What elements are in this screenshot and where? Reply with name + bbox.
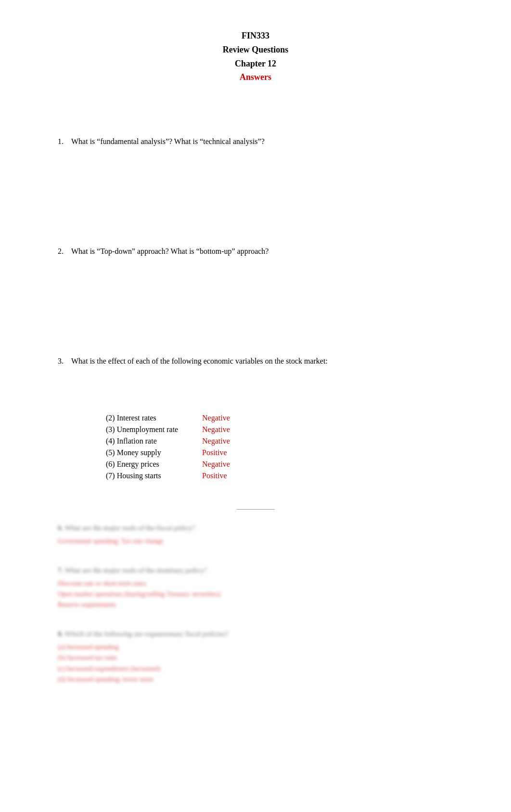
econ-answer-energy: Negative	[202, 460, 230, 469]
econ-label-inflation: (4) Inflation rate	[106, 437, 202, 445]
econ-answer-interest: Negative	[202, 414, 230, 422]
q1-text: What is “fundamental analysis”? What is …	[71, 137, 265, 146]
blurred-q7-number: 7.	[58, 566, 63, 574]
econ-label-money: (5) Money supply	[106, 448, 202, 457]
review-subtitle: Review Questions	[48, 43, 463, 57]
econ-row-unemployment: (3) Unemployment rate Negative	[106, 425, 463, 434]
q3-number: 3.	[58, 357, 67, 366]
econ-answer-unemployment: Negative	[202, 425, 230, 434]
blurred-q6-text: 6. What are the major tools of the fisca…	[58, 524, 463, 532]
econ-answer-housing: Positive	[202, 471, 227, 480]
blurred-q8-number: 8.	[58, 630, 63, 638]
econ-label-interest: (2) Interest rates	[106, 414, 202, 422]
econ-row-housing: (7) Housing starts Positive	[106, 471, 463, 480]
blurred-q8: 8. Which of the following are expansiona…	[48, 630, 463, 685]
chapter-label: Chapter 12	[48, 57, 463, 71]
blurred-q6-number: 6.	[58, 524, 63, 532]
question-2: 2. What is “Top-down” approach? What is …	[48, 247, 463, 294]
course-title: FIN333	[48, 29, 463, 43]
blurred-q7-text: 7. What are the major tools of the monet…	[58, 566, 463, 575]
blurred-section: 6. What are the major tools of the fisca…	[48, 509, 463, 685]
econ-row-inflation: (4) Inflation rate Negative	[106, 437, 463, 445]
econ-row-money: (5) Money supply Positive	[106, 448, 463, 457]
econ-label-energy: (6) Energy prices	[106, 460, 202, 469]
question-3: 3. What is the effect of each of the fol…	[48, 357, 463, 480]
econ-row-energy: (6) Energy prices Negative	[106, 460, 463, 469]
blurred-content: 6. What are the major tools of the fisca…	[48, 524, 463, 685]
blurred-q7: 7. What are the major tools of the monet…	[48, 566, 463, 611]
question-1: 1. What is “fundamental analysis”? What …	[48, 137, 463, 184]
blurred-q8-answer: (a) Increased spending (b) Increased tax…	[58, 642, 463, 685]
econ-row-interest: (2) Interest rates Negative	[106, 414, 463, 422]
q1-number: 1.	[58, 137, 67, 146]
blurred-q6: 6. What are the major tools of the fisca…	[48, 524, 463, 547]
q3-text: What is the effect of each of the follow…	[71, 357, 328, 366]
econ-label-unemployment: (3) Unemployment rate	[106, 425, 202, 434]
blurred-q7-answer: Discount rate or short-term rates; Open …	[58, 578, 463, 611]
econ-label-housing: (7) Housing starts	[106, 471, 202, 480]
q2-text: What is “Top-down” approach? What is “bo…	[71, 247, 268, 256]
econ-answer-money: Positive	[202, 448, 227, 457]
q2-number: 2.	[58, 247, 67, 256]
section-divider	[236, 509, 275, 510]
blurred-q6-answer: Government spending; Tax rate change	[58, 536, 463, 547]
econ-variables-table: (2) Interest rates Negative (3) Unemploy…	[106, 414, 463, 480]
blurred-q8-text: 8. Which of the following are expansiona…	[58, 630, 463, 638]
page-header: FIN333 Review Questions Chapter 12 Answe…	[48, 29, 463, 84]
answers-label: Answers	[48, 70, 463, 84]
econ-answer-inflation: Negative	[202, 437, 230, 445]
